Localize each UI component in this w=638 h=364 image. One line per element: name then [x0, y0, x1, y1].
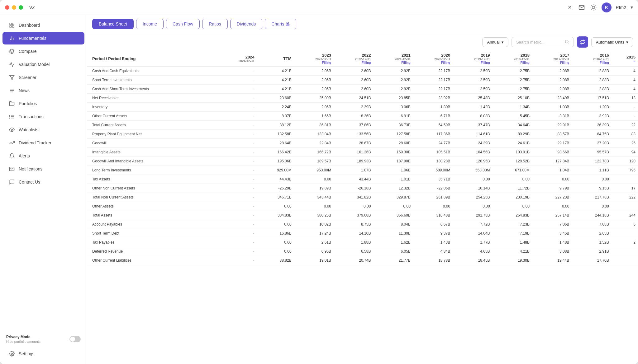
metric-value: 13 [612, 94, 638, 103]
sidebar-label-screener: Screener [19, 75, 36, 80]
sidebar-item-transactions[interactable]: Transactions [2, 110, 84, 123]
metric-value: 4.84B [413, 247, 453, 256]
table-row: Tax Assets-44.43B0.0043.44B1.01B35.71B0.… [87, 175, 638, 184]
metric-value: 4.21B [257, 76, 294, 85]
filter-icon [9, 74, 15, 81]
metric-value: 189.57B [294, 157, 334, 166]
metric-value: 0.00 [453, 175, 492, 184]
swap-button[interactable] [577, 36, 588, 48]
metric-value: 0.00 [294, 175, 334, 184]
sidebar-item-contact[interactable]: Contact Us [2, 176, 84, 188]
metric-value: - [217, 238, 257, 247]
search-input[interactable]: Search metric... [512, 37, 574, 47]
svg-point-22 [10, 116, 10, 117]
theme-icon[interactable] [590, 4, 597, 11]
svg-point-24 [11, 129, 13, 131]
metric-value: 7.72B [453, 220, 492, 229]
metric-value: - [612, 112, 638, 121]
metric-value: 0.00 [572, 175, 611, 184]
user-avatar[interactable]: R [602, 2, 612, 12]
metric-value: 11.30B [373, 229, 413, 238]
sidebar-label-contact: Contact Us [19, 180, 40, 184]
metric-value: 1.07B [334, 166, 373, 175]
metric-value: 25.10B [493, 94, 532, 103]
privacy-toggle[interactable] [69, 336, 81, 342]
metric-value: 2.65B [572, 229, 611, 238]
newspaper-icon [9, 87, 15, 94]
traffic-lights [5, 5, 23, 10]
close-button[interactable] [5, 5, 9, 10]
units-select[interactable]: Automatic Units ▾ [591, 37, 633, 47]
period-select[interactable]: Annual ▾ [482, 37, 508, 47]
sidebar-item-compare[interactable]: Compare [2, 45, 84, 58]
metric-value: 227.23B [532, 193, 572, 202]
metric-value: 7.19B [493, 229, 532, 238]
main-layout: Dashboard Fundamentals Compare Valuation… [0, 15, 638, 364]
sidebar-label-valuation: Valuation Model [19, 62, 50, 67]
tab-dividends[interactable]: Dividends [230, 19, 262, 29]
metric-value: 103.91B [493, 148, 532, 157]
close-icon[interactable]: ✕ [566, 4, 574, 11]
col-header-2016: 2016 2016-12-31 Filling [572, 51, 611, 67]
metric-value: 130.28B [413, 157, 453, 166]
sidebar-item-watchlists[interactable]: Watchlists [2, 124, 84, 136]
minimize-button[interactable] [12, 5, 16, 10]
units-label: Automatic Units [596, 40, 624, 44]
maximize-button[interactable] [19, 5, 23, 10]
sidebar-label-watchlists: Watchlists [19, 127, 38, 132]
metric-value: - [217, 130, 257, 139]
metric-value: 2.08B [532, 85, 572, 94]
sidebar-item-valuation[interactable]: Valuation Model [2, 58, 84, 71]
metric-value: - [612, 103, 638, 112]
sidebar-label-notifications: Notifications [19, 166, 42, 171]
metric-value: 94 [612, 148, 638, 157]
sidebar-label-portfolios: Portfolios [19, 101, 37, 106]
folder-icon [9, 100, 15, 107]
metric-value: 589.00M [413, 166, 453, 175]
metric-value: 2.08B [532, 67, 572, 76]
message-icon[interactable] [578, 4, 585, 11]
metric-value: 796 [612, 166, 638, 175]
col-header-2018: 2018 2018-12-31 Filling [493, 51, 532, 67]
metric-value: 2.75B [493, 67, 532, 76]
sidebar-item-fundamentals[interactable]: Fundamentals [2, 32, 84, 44]
sidebar-item-screener[interactable]: Screener [2, 71, 84, 84]
sidebar-item-news[interactable]: News [2, 84, 84, 97]
metric-value: 1.42B [453, 103, 492, 112]
sidebar-item-dividend[interactable]: Dividend Tracker [2, 137, 84, 149]
metric-value: 19.01B [294, 256, 334, 265]
sidebar-item-portfolios[interactable]: Portfolios [2, 97, 84, 110]
metric-value: 4.21B [493, 247, 532, 256]
metric-value: 254.25B [453, 193, 492, 202]
metric-value: 316.48B [413, 211, 453, 220]
metric-value: 22.17B [413, 67, 453, 76]
metric-value: 14.04B [453, 229, 492, 238]
tab-balance-sheet[interactable]: Balance Sheet [92, 19, 134, 29]
eye-icon [9, 127, 15, 133]
sidebar-item-dashboard[interactable]: Dashboard [2, 19, 84, 31]
sidebar-label-transactions: Transactions [19, 114, 44, 119]
table-row: Account Payables-0.0010.02B8.75B8.04B6.6… [87, 220, 638, 229]
tab-cash-flow[interactable]: Cash Flow [166, 19, 200, 29]
tab-income[interactable]: Income [136, 19, 164, 29]
metric-value: 291.73B [453, 211, 492, 220]
sidebar-label-fundamentals: Fundamentals [19, 36, 46, 41]
svg-rect-12 [12, 26, 14, 27]
sidebar-item-notifications[interactable]: Notifications [2, 163, 84, 175]
title-bar: VZ ✕ R Rtm2 ▾ [0, 0, 638, 15]
tab-charts[interactable]: Charts 🖶 [265, 19, 296, 29]
metric-value: 29.17B [532, 139, 572, 148]
user-dropdown-icon[interactable]: ▾ [631, 4, 633, 10]
tab-ratios[interactable]: Ratios [202, 19, 228, 29]
sidebar-label-settings: Settings [19, 351, 35, 356]
table-container[interactable]: Period / Period Ending 2024 2024-12-31 T… [87, 51, 638, 364]
metric-value: 19.89B [294, 184, 334, 193]
metric-value: 346.71B [257, 193, 294, 202]
metric-value: 37.47B [453, 121, 492, 130]
trending-up-icon [9, 140, 15, 146]
sidebar-item-alerts[interactable]: Alerts [2, 150, 84, 162]
metric-value: 27.20B [572, 139, 611, 148]
metric-value: 1.48B [493, 238, 532, 247]
sidebar-item-settings[interactable]: Settings [2, 348, 84, 360]
metric-value: 21.77B [373, 256, 413, 265]
